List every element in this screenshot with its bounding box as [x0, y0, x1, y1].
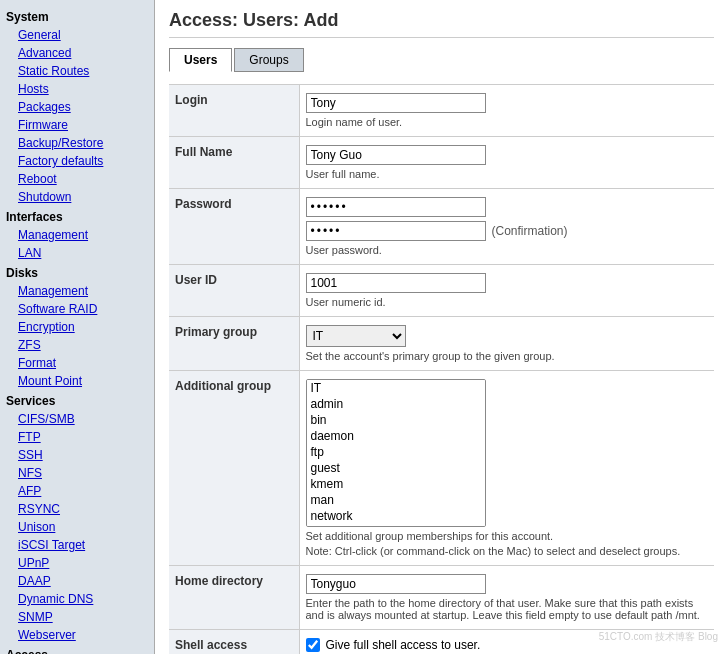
home-dir-hint: Enter the path to the home directory of … [306, 597, 709, 621]
sidebar-item-cifs-smb[interactable]: CIFS/SMB [0, 410, 154, 428]
primary-group-row: Primary group ITadminbindaemonftpguestkm… [169, 317, 714, 371]
login-cell: Login name of user. [299, 85, 714, 137]
fullname-input[interactable] [306, 145, 486, 165]
sidebar-item-reboot[interactable]: Reboot [0, 170, 154, 188]
sidebar-item-snmp[interactable]: SNMP [0, 608, 154, 626]
sidebar-item-ftp[interactable]: FTP [0, 428, 154, 446]
shell-access-checkbox-label: Give full shell access to user. [326, 638, 481, 652]
sidebar-item-iscsi-target[interactable]: iSCSI Target [0, 536, 154, 554]
tabs: Users Groups [169, 48, 714, 72]
sidebar-item-mount-point[interactable]: Mount Point [0, 372, 154, 390]
sidebar-item-ssh[interactable]: SSH [0, 446, 154, 464]
sidebar-item-nfs[interactable]: NFS [0, 464, 154, 482]
additional-group-hint2: Note: Ctrl-click (or command-click on th… [306, 545, 709, 557]
sidebar-section-interfaces: Interfaces [0, 206, 154, 226]
sidebar-item-format[interactable]: Format [0, 354, 154, 372]
sidebar-item-unison[interactable]: Unison [0, 518, 154, 536]
sidebar-section-disks: Disks [0, 262, 154, 282]
home-dir-cell: Enter the path to the home directory of … [299, 566, 714, 630]
sidebar-item-management[interactable]: Management [0, 226, 154, 244]
primary-group-cell: ITadminbindaemonftpguestkmemmannetworkno… [299, 317, 714, 371]
password-cell: (Confirmation) User password. [299, 189, 714, 265]
sidebar-section-services: Services [0, 390, 154, 410]
login-hint: Login name of user. [306, 116, 709, 128]
user-form: Login Login name of user. Full Name User… [169, 84, 714, 654]
confirmation-label: (Confirmation) [492, 224, 568, 238]
sidebar-section-access: Access [0, 644, 154, 654]
userid-input[interactable] [306, 273, 486, 293]
sidebar-item-upnp[interactable]: UPnP [0, 554, 154, 572]
additional-group-listbox[interactable]: ITadminbindaemonftpguestkmemmannetworkno… [306, 379, 486, 527]
watermark: 51CTO.com 技术博客 Blog [599, 630, 718, 644]
tab-groups[interactable]: Groups [234, 48, 303, 72]
password-confirm-input[interactable] [306, 221, 486, 241]
sidebar-item-management[interactable]: Management [0, 282, 154, 300]
additional-group-hint1: Set additional group memberships for thi… [306, 530, 709, 542]
userid-row: User ID User numeric id. [169, 265, 714, 317]
login-row: Login Login name of user. [169, 85, 714, 137]
sidebar-item-daap[interactable]: DAAP [0, 572, 154, 590]
sidebar-item-shutdown[interactable]: Shutdown [0, 188, 154, 206]
additional-group-label: Additional group [169, 371, 299, 566]
login-label: Login [169, 85, 299, 137]
sidebar-item-encryption[interactable]: Encryption [0, 318, 154, 336]
fullname-cell: User full name. [299, 137, 714, 189]
fullname-hint: User full name. [306, 168, 709, 180]
primary-group-label: Primary group [169, 317, 299, 371]
password-hint: User password. [306, 244, 709, 256]
sidebar-item-lan[interactable]: LAN [0, 244, 154, 262]
sidebar-item-zfs[interactable]: ZFS [0, 336, 154, 354]
userid-label: User ID [169, 265, 299, 317]
home-dir-label: Home directory [169, 566, 299, 630]
home-dir-row: Home directory Enter the path to the hom… [169, 566, 714, 630]
login-input[interactable] [306, 93, 486, 113]
primary-group-hint: Set the account's primary group to the g… [306, 350, 709, 362]
sidebar-item-software-raid[interactable]: Software RAID [0, 300, 154, 318]
shell-access-label: Shell access [169, 630, 299, 655]
fullname-label: Full Name [169, 137, 299, 189]
sidebar-item-factory-defaults[interactable]: Factory defaults [0, 152, 154, 170]
additional-group-cell: ITadminbindaemonftpguestkmemmannetworkno… [299, 371, 714, 566]
sidebar-item-static-routes[interactable]: Static Routes [0, 62, 154, 80]
sidebar-item-rsync[interactable]: RSYNC [0, 500, 154, 518]
sidebar-item-firmware[interactable]: Firmware [0, 116, 154, 134]
sidebar-item-packages[interactable]: Packages [0, 98, 154, 116]
page-title: Access: Users: Add [169, 10, 714, 38]
primary-group-select[interactable]: ITadminbindaemonftpguestkmemmannetworkno… [306, 325, 406, 347]
main-content: Access: Users: Add Users Groups Login Lo… [155, 0, 728, 654]
sidebar-item-afp[interactable]: AFP [0, 482, 154, 500]
additional-group-row: Additional group ITadminbindaemonftpgues… [169, 371, 714, 566]
userid-hint: User numeric id. [306, 296, 709, 308]
shell-access-checkbox[interactable] [306, 638, 320, 652]
sidebar-item-hosts[interactable]: Hosts [0, 80, 154, 98]
sidebar-item-advanced[interactable]: Advanced [0, 44, 154, 62]
sidebar-item-webserver[interactable]: Webserver [0, 626, 154, 644]
sidebar: SystemGeneralAdvancedStatic RoutesHostsP… [0, 0, 155, 654]
sidebar-item-general[interactable]: General [0, 26, 154, 44]
password-row: Password (Confirmation) User password. [169, 189, 714, 265]
userid-cell: User numeric id. [299, 265, 714, 317]
tab-users[interactable]: Users [169, 48, 232, 72]
home-dir-input[interactable] [306, 574, 486, 594]
password-input[interactable] [306, 197, 486, 217]
sidebar-section-system: System [0, 6, 154, 26]
password-label: Password [169, 189, 299, 265]
sidebar-item-dynamic-dns[interactable]: Dynamic DNS [0, 590, 154, 608]
fullname-row: Full Name User full name. [169, 137, 714, 189]
sidebar-item-backup-restore[interactable]: Backup/Restore [0, 134, 154, 152]
